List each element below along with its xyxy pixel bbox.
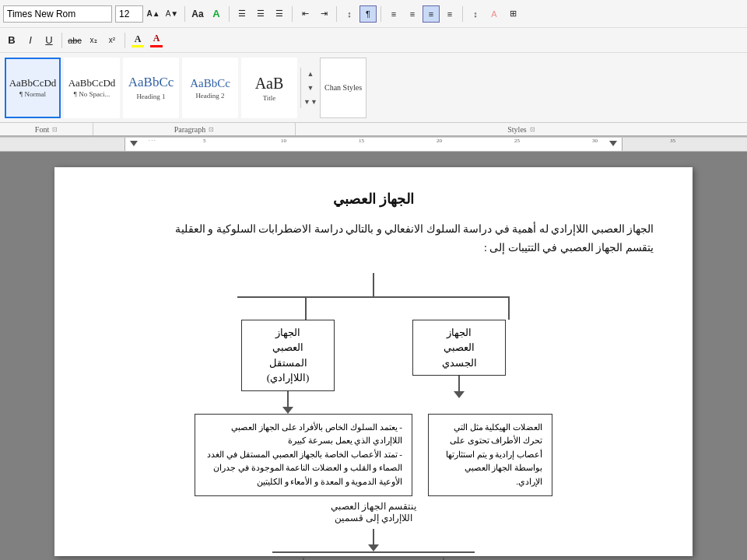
flow-line-top (373, 273, 374, 296)
flow-bottom-h-branch-container (272, 551, 475, 553)
flow-content-boxes: - يعتمد السلوك الخاص بالأفراد على الجهاز… (93, 414, 654, 496)
style-title[interactable]: AaB Title (241, 58, 297, 118)
style-normal[interactable]: AaBbCcDd ¶ Normal (5, 58, 61, 118)
show-hide-btn[interactable]: ¶ (359, 5, 377, 23)
multilevel-btn-r1[interactable]: ☰ (271, 5, 288, 23)
styles-expand-btn[interactable]: ▼▼ (304, 96, 317, 108)
flow-arrow-right (454, 391, 465, 398)
paragraph-expand-icon[interactable]: ⊡ (209, 126, 214, 133)
flow-right-down1 (458, 376, 460, 391)
font-section-label: Font ⊡ (0, 123, 93, 135)
document-page: الجهاز العصبي الجهاز العصبي اللاإرادي له… (54, 167, 693, 556)
flow-sym-line (443, 558, 444, 560)
increase-indent-btn[interactable]: ⇥ (315, 5, 332, 23)
flow-sub-text: ينتقسم الجهاز العصبياللاإرادي إلى قسمين (93, 501, 654, 524)
style-heading1[interactable]: AaBbCc Heading 1 (123, 58, 179, 118)
sep6 (462, 6, 463, 22)
align-center-btn[interactable]: ≡ (404, 5, 421, 23)
sep8 (124, 33, 125, 48)
numbering-btn-r1[interactable]: ☰ (252, 5, 269, 23)
styles-expand-icon[interactable]: ⊡ (530, 126, 535, 133)
style-normal-label: ¶ Normal (19, 90, 46, 98)
sep5 (381, 6, 381, 22)
chan-styles-label: Chan Styles (324, 83, 362, 92)
clear-format-btn[interactable]: Aa (189, 5, 206, 23)
flow-h-branch (237, 296, 510, 298)
ribbon-sections-bar: Font ⊡ Paragraph ⊡ Styles ⊡ (0, 123, 747, 137)
flow-bottom-h-branch (272, 551, 475, 553)
style-nospace-label: ¶ No Spaci... (74, 90, 110, 98)
highlight-btn[interactable]: A (129, 32, 146, 49)
flow-sub-arrow (368, 544, 379, 551)
subscript-btn[interactable]: x₂ (85, 32, 102, 49)
styles-scroll-up-btn[interactable]: ▲ (304, 68, 317, 80)
doc-title: الجهاز العصبي (93, 191, 654, 208)
text-effects-btn[interactable]: A (208, 5, 225, 23)
font-size-decrease-btn[interactable]: A▼ (163, 5, 181, 23)
styles-section-label: Styles ⊡ (296, 123, 747, 135)
font-color-btn[interactable]: A (148, 32, 165, 49)
highlight-color-bar (132, 45, 144, 47)
document-area[interactable]: الجهاز العصبي الجهاز العصبي اللاإرادي له… (0, 152, 747, 560)
style-heading2[interactable]: AaBbCc Heading 2 (182, 58, 238, 118)
ruler-left-indent[interactable] (130, 141, 138, 146)
ruler-right-indent[interactable] (609, 141, 617, 146)
sort-btn[interactable]: ↕ (341, 5, 358, 23)
ruler-inner: · · · 5 10 15 20 25 30 35 (124, 138, 622, 151)
sep1 (184, 6, 185, 22)
flow-box-left: الجهازالعصبيالمستقل(اللاإرادي) (241, 320, 335, 391)
flow-parasym-line (303, 558, 304, 560)
flow-arrow-left (282, 407, 293, 414)
flow-right-branch-v (508, 296, 510, 320)
font-name-input[interactable] (3, 5, 112, 23)
flow-left-down1 (287, 391, 289, 407)
highlight-icon: A (135, 33, 142, 45)
sep4 (336, 6, 337, 22)
doc-intro: الجهاز العصبي اللاإرادي له أهمية في دراس… (93, 220, 654, 257)
line-spacing-btn[interactable]: ↕ (467, 5, 484, 23)
toolbar-row2: B I U abc x₂ x² A A (0, 28, 747, 53)
style-no-spacing[interactable]: AaBbCcDd ¶ No Spaci... (64, 58, 120, 118)
flowchart: الجهازالعصبيالمستقل(اللاإرادي) الجهازالع… (93, 273, 654, 560)
flow-right-content: العضلات الهيكلية مثل التي تحرك الأطراف ت… (428, 414, 552, 496)
paragraph-section-label: Paragraph ⊡ (93, 123, 296, 135)
font-color-bar (150, 45, 163, 47)
bold-btn[interactable]: B (3, 32, 20, 49)
styles-scroll: ▲ ▼ ▼▼ (300, 68, 317, 108)
style-h2-label: Heading 2 (195, 92, 224, 100)
superscript-btn[interactable]: x² (103, 32, 121, 49)
strikethrough-btn[interactable]: abc (66, 32, 83, 49)
font-size-input[interactable] (115, 5, 143, 23)
style-normal-preview: AaBbCcDd (9, 77, 57, 89)
decrease-indent-btn[interactable]: ⇤ (296, 5, 314, 23)
flow-bottom-boxes: الجهاز العصبيالباراسمبثاوي الجهاز العصبي… (93, 558, 654, 560)
font-size-increase-btn[interactable]: A▲ (145, 5, 162, 23)
sep7 (61, 33, 62, 48)
flow-sub-arrow-line (373, 529, 374, 544)
chan-styles-btn[interactable]: Chan Styles (320, 58, 366, 118)
align-left-btn[interactable]: ≡ (385, 5, 402, 23)
styles-scroll-down-btn[interactable]: ▼ (304, 82, 317, 94)
style-h1-preview: AaBbCc (128, 75, 174, 90)
align-right-btn[interactable]: ≡ (423, 5, 440, 23)
justify-btn[interactable]: ≡ (441, 5, 458, 23)
flow-left-branch-v (305, 296, 307, 320)
styles-ribbon: AaBbCcDd ¶ Normal AaBbCcDd ¶ No Spaci...… (0, 53, 747, 123)
underline-btn[interactable]: U (40, 32, 58, 49)
shading-btn[interactable]: A (486, 5, 503, 23)
sep3 (292, 6, 293, 22)
style-nospace-preview: AaBbCcDd (68, 77, 116, 89)
flow-box-right: الجهازالعصبيالجسدي (412, 320, 506, 376)
borders-btn[interactable]: ⊞ (504, 5, 521, 23)
style-h2-preview: AaBbCc (190, 76, 230, 90)
style-title-preview: AaB (255, 74, 284, 93)
italic-btn[interactable]: I (22, 32, 39, 49)
font-color-icon: A (153, 33, 160, 44)
flow-left-content: - يعتمد السلوك الخاص بالأفراد على الجهاز… (195, 414, 412, 496)
style-title-label: Title (263, 94, 276, 102)
style-h1-label: Heading 1 (136, 93, 165, 100)
flow-branch-boxes: الجهازالعصبيالمستقل(اللاإرادي) الجهازالع… (93, 320, 654, 414)
bullets-btn-r1[interactable]: ☰ (233, 5, 251, 23)
font-expand-icon[interactable]: ⊡ (52, 126, 58, 133)
toolbar-row1: A▲ A▼ Aa A ☰ ☰ ☰ ⇤ ⇥ ↕ ¶ ≡ ≡ ≡ ≡ ↕ A ⊞ (0, 0, 747, 28)
